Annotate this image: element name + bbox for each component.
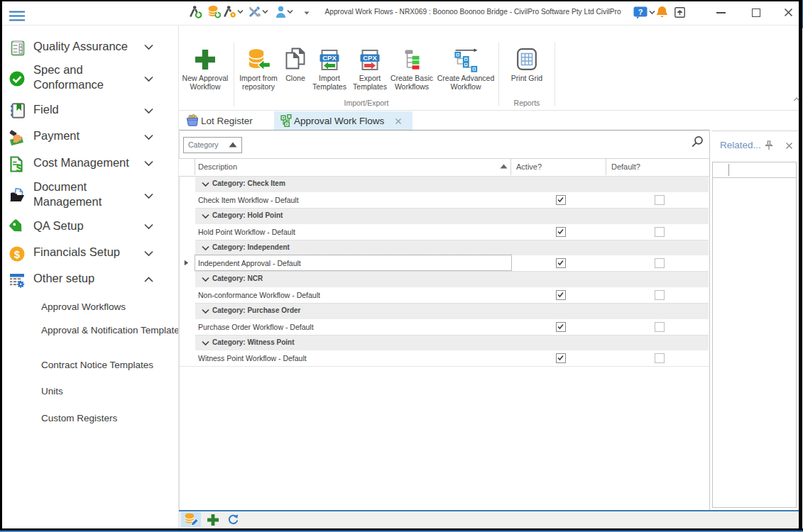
svg-text:$: $: [16, 162, 22, 172]
svg-text:?: ?: [638, 8, 643, 16]
svg-text:CPX: CPX: [322, 54, 337, 62]
svg-text:CPX: CPX: [363, 54, 377, 62]
svg-text:$: $: [14, 248, 21, 260]
